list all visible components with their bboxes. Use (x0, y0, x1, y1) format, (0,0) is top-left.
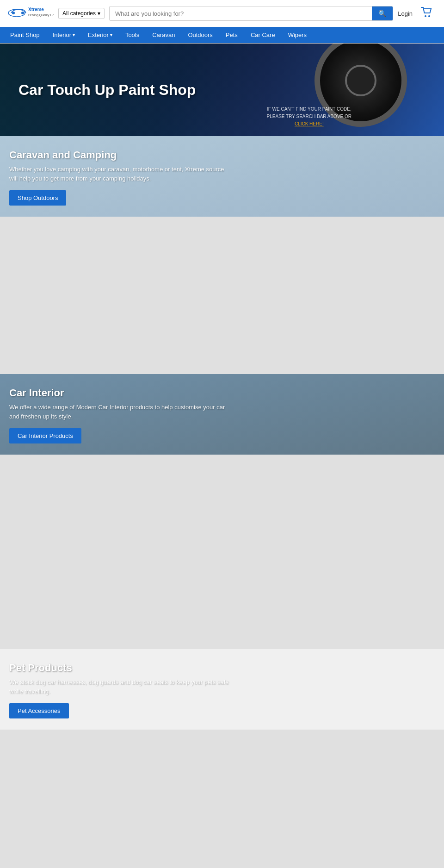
pet-products-section: Pet Products We stock dog car harnesses,… (0, 649, 444, 730)
nav-item-pets[interactable]: Pets (219, 27, 244, 43)
car-interior-image (0, 455, 444, 649)
categories-dropdown[interactable]: All categories ▾ (58, 8, 105, 19)
search-button[interactable]: 🔍 (372, 6, 393, 20)
header: Xtreme Driving Quality Home All categori… (0, 0, 444, 44)
login-link[interactable]: Login (398, 10, 413, 17)
search-icon: 🔍 (378, 10, 386, 17)
pet-products-title: Pet Products (9, 662, 435, 674)
car-interior-section: Car Interior We offer a wide range of Mo… (0, 374, 444, 455)
hero-banner: Car Touch Up Paint Shop IF WE CAN'T FIND… (0, 44, 444, 136)
svg-point-6 (425, 15, 426, 17)
shop-outdoors-button[interactable]: Shop Outdoors (9, 190, 66, 206)
search-bar: 🔍 (109, 6, 393, 21)
paint-code-notice: IF WE CAN'T FIND YOUR PAINT CODE, PLEASE… (267, 106, 352, 128)
caravan-title: Caravan and Camping (9, 149, 435, 161)
navbar: Paint Shop Interior ▾ Exterior ▾ Tools C… (0, 27, 444, 43)
click-here-link[interactable]: CLICK HERE! (295, 121, 324, 126)
hero-title: Car Touch Up Paint Shop (18, 81, 196, 99)
chevron-down-icon: ▾ (98, 10, 100, 17)
nav-item-paint-shop[interactable]: Paint Shop (4, 27, 46, 43)
cart-icon (421, 7, 433, 18)
nav-item-tools[interactable]: Tools (119, 27, 146, 43)
nav-item-car-care[interactable]: Car Care (244, 27, 282, 43)
chevron-down-icon: ▾ (73, 32, 75, 37)
nav-item-outdoors[interactable]: Outdoors (181, 27, 219, 43)
caravan-description: Whether you love camping with your carav… (9, 165, 231, 183)
caravan-image (0, 217, 444, 374)
cart-button[interactable] (417, 5, 437, 22)
hero-text-block: Car Touch Up Paint Shop (18, 81, 196, 99)
cant-find-text: IF WE CAN'T FIND YOUR PAINT CODE, (267, 106, 352, 113)
nav-item-caravan[interactable]: Caravan (146, 27, 181, 43)
caravan-section: Caravan and Camping Whether you love cam… (0, 136, 444, 217)
pet-image (0, 730, 444, 868)
pet-products-description: We stock dog car harnesses, dog guards a… (9, 678, 231, 696)
svg-point-3 (21, 12, 24, 14)
car-interior-title: Car Interior (9, 387, 435, 399)
svg-point-2 (12, 12, 15, 14)
nav-item-interior[interactable]: Interior ▾ (46, 27, 81, 43)
nav-item-exterior[interactable]: Exterior ▾ (81, 27, 119, 43)
categories-label: All categories (62, 10, 96, 17)
logo-icon: Xtreme Driving Quality Home (7, 4, 54, 21)
pet-accessories-button[interactable]: Pet Accessories (9, 703, 69, 718)
logo[interactable]: Xtreme Driving Quality Home (7, 4, 54, 23)
svg-text:Driving Quality Home: Driving Quality Home (28, 13, 54, 17)
nav-item-wipers[interactable]: Wipers (282, 27, 313, 43)
please-try-text: PLEASE TRY SEARCH BAR ABOVE OR (267, 113, 352, 120)
svg-point-7 (428, 15, 430, 17)
search-input[interactable] (110, 7, 372, 20)
car-interior-products-button[interactable]: Car Interior Products (9, 428, 81, 443)
svg-text:Xtreme: Xtreme (28, 7, 44, 12)
header-top-row: Xtreme Driving Quality Home All categori… (0, 0, 444, 27)
chevron-down-icon: ▾ (110, 32, 112, 37)
car-interior-description: We offer a wide range of Modern Car Inte… (9, 403, 231, 421)
